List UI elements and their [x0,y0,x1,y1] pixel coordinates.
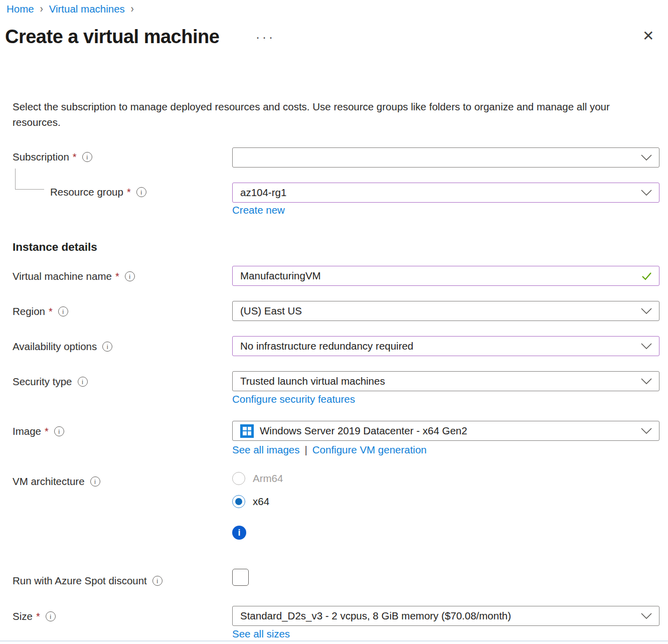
vm-name-label: Virtual machine name * i [13,270,135,282]
resource-group-value: az104-rg1 [240,187,636,199]
info-icon[interactable]: i [58,306,68,316]
breadcrumb-home-link[interactable]: Home [7,3,34,15]
vm-name-value: ManufacturingVM [240,270,636,282]
info-icon[interactable]: i [102,342,112,352]
instance-details-heading: Instance details [13,241,97,254]
required-marker: * [45,426,49,437]
info-icon[interactable]: i [46,611,56,621]
security-type-label: Security type i [13,376,88,388]
configure-vm-generation-link[interactable]: Configure VM generation [312,444,427,456]
info-filled-icon: i [232,526,246,540]
region-label-text: Region [13,305,45,317]
region-value: (US) East US [240,305,636,317]
spot-discount-checkbox[interactable] [232,569,249,586]
vm-name-label-text: Virtual machine name [13,270,112,282]
size-value: Standard_D2s_v3 - 2 vcpus, 8 GiB memory … [240,610,636,622]
intro-text: Select the subscription to manage deploy… [13,99,648,130]
required-marker: * [73,151,77,163]
spot-discount-label-text: Run with Azure Spot discount [13,575,147,587]
chevron-down-icon [641,154,652,160]
info-icon[interactable]: i [54,426,64,436]
windows-logo-icon [240,424,254,438]
arm64-note: i [232,526,254,540]
info-icon[interactable]: i [82,152,92,162]
vm-architecture-label: VM architecture i [13,475,100,488]
chevron-down-icon [641,190,652,196]
image-dropdown[interactable]: Windows Server 2019 Datacenter - x64 Gen… [232,421,659,441]
valid-checkmark-icon [641,272,652,280]
create-vm-blade: Home › Virtual machines › Create a virtu… [0,0,668,644]
size-dropdown[interactable]: Standard_D2s_v3 - 2 vcpus, 8 GiB memory … [232,606,659,626]
availability-options-value: No infrastructure redundancy required [240,340,636,352]
subscription-label: Subscription * i [13,151,92,163]
resource-group-dropdown[interactable]: az104-rg1 [232,183,659,203]
image-label: Image * i [13,425,64,437]
image-value: Windows Server 2019 Datacenter - x64 Gen… [260,425,636,437]
link-separator: | [304,444,307,456]
page-title: Create a virtual machine [5,26,219,48]
configure-security-features-link[interactable]: Configure security features [232,393,355,405]
info-icon[interactable]: i [136,187,146,197]
resource-group-label: Resource group * i [50,186,146,198]
required-marker: * [115,271,119,282]
required-marker: * [49,306,53,317]
create-new-link[interactable]: Create new [232,204,285,216]
vm-name-input[interactable]: ManufacturingVM [232,266,659,286]
info-icon[interactable]: i [125,271,135,281]
bottom-divider [0,640,668,641]
info-icon[interactable]: i [78,377,88,387]
chevron-down-icon [641,343,652,349]
chevron-down-icon [641,308,652,314]
security-type-value: Trusted launch virtual machines [240,375,636,387]
security-type-dropdown[interactable]: Trusted launch virtual machines [232,371,659,391]
subscription-label-text: Subscription [13,151,69,163]
breadcrumb: Home › Virtual machines › [7,3,134,15]
subscription-resource-group-connector [15,169,44,190]
radio-unselected-icon [232,472,245,485]
resource-group-label-text: Resource group [50,186,123,198]
vm-architecture-label-text: VM architecture [13,475,85,488]
required-marker: * [36,611,40,622]
x64-radio-option[interactable]: x64 [232,495,269,508]
security-type-label-text: Security type [13,376,72,388]
size-label-text: Size [13,610,33,622]
region-dropdown[interactable]: (US) East US [232,301,659,321]
availability-options-label: Availability options i [13,341,112,353]
spot-discount-label: Run with Azure Spot discount i [13,575,162,587]
image-links: See all images | Configure VM generation [232,444,427,456]
image-label-text: Image [13,425,41,437]
chevron-down-icon [641,428,652,434]
more-options-icon[interactable]: ··· [256,30,275,44]
see-all-images-link[interactable]: See all images [232,444,299,456]
chevron-right-icon: › [131,3,134,15]
chevron-right-icon: › [40,3,43,15]
info-icon[interactable]: i [152,576,162,586]
arm64-radio-option: Arm64 [232,472,283,485]
subscription-dropdown[interactable] [232,147,659,168]
required-marker: * [127,187,131,198]
close-icon[interactable]: ✕ [642,29,654,43]
chevron-down-icon [641,613,652,619]
chevron-down-icon [641,378,652,384]
size-label: Size * i [13,610,56,622]
x64-radio-label: x64 [253,496,269,508]
breadcrumb-virtual-machines-link[interactable]: Virtual machines [49,3,125,15]
availability-options-label-text: Availability options [13,341,97,353]
info-icon[interactable]: i [90,476,100,487]
region-label: Region * i [13,305,68,317]
availability-options-dropdown[interactable]: No infrastructure redundancy required [232,336,659,356]
see-all-sizes-link[interactable]: See all sizes [232,628,290,640]
radio-selected-icon [232,495,245,508]
arm64-radio-label: Arm64 [253,472,283,485]
